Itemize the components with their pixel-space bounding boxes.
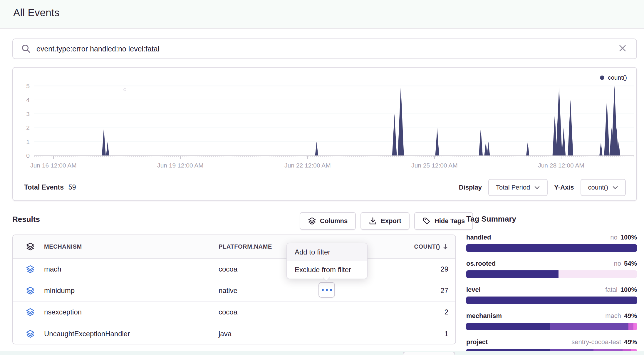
chart-legend[interactable]: count() [600,74,627,81]
tag-top-percent: 54% [624,260,637,267]
cell-count[interactable]: 2 [404,308,448,316]
tag-distribution-bar[interactable] [466,270,637,278]
cell-count[interactable]: 27 [404,287,448,295]
events-area-chart[interactable]: 012345Jun 16 12:00 AMJun 19 12:00 AMJun … [13,68,636,175]
cell-mechanism[interactable]: mach [44,265,219,273]
sort-desc-icon [442,243,448,250]
cell-platform[interactable]: native [219,287,404,295]
svg-text:4: 4 [26,96,30,103]
cell-actions-button[interactable] [318,282,335,298]
tag-distribution-bar[interactable] [466,323,637,330]
svg-text:Jun 16 12:00 AM: Jun 16 12:00 AM [30,162,77,169]
cell-context-menu: Add to filter Exclude from filter [286,243,368,279]
tag-item-os-rooted: os.rooted no 54% [466,260,637,278]
chart-controls: Display Total Period Y-Axis count() [459,179,626,196]
svg-text:3: 3 [26,110,30,117]
tag-bar-segment[interactable] [466,297,637,304]
layers-icon [26,286,44,295]
tag-name: mechanism [466,312,502,320]
legend-dot-icon [600,76,604,80]
cell-mechanism[interactable]: nsexception [44,308,219,316]
search-bar[interactable]: event.type:error handled:no level:fatal [12,38,637,59]
tag-name: os.rooted [466,260,496,267]
layers-icon [26,308,44,317]
yaxis-dropdown-value: count() [588,184,608,191]
export-button-label: Export [381,217,401,225]
tag-top-value: fatal [605,286,618,294]
tag-top-value: sentry-cocoa-test [571,338,621,346]
yaxis-dropdown[interactable]: count() [581,179,626,196]
column-header-count[interactable]: COUNT() [404,243,448,250]
columns-button[interactable]: Columns [300,212,356,230]
svg-text:Jun 19 12:00 AM: Jun 19 12:00 AM [157,162,204,169]
cell-count[interactable]: 1 [404,330,448,338]
tag-bar-segment[interactable] [466,244,637,252]
table-row[interactable]: mach cocoa 29 [13,259,455,280]
tag-top-value: mach [605,312,621,320]
tag-bar-segment[interactable] [559,270,637,278]
tag-item-level: level fatal 100% [466,286,637,304]
pagination-button[interactable] [403,352,455,355]
display-dropdown[interactable]: Total Period [488,179,548,196]
tag-bar-segment[interactable] [550,323,628,330]
tag-distribution-bar[interactable] [466,244,637,252]
events-chart-panel: 012345Jun 16 12:00 AMJun 19 12:00 AMJun … [12,67,637,201]
page-header: All Events [0,0,644,29]
table-row[interactable]: nsexception cocoa 2 [13,302,455,323]
svg-text:Jun 22 12:00 AM: Jun 22 12:00 AM [284,162,331,169]
tag-top-value: no [614,260,621,267]
tag-item-mechanism: mechanism mach 49% [466,312,637,330]
ellipsis-icon [322,289,324,291]
tag-summary-heading: Tag Summary [466,215,637,224]
tag-summary-panel: Tag Summary handled no 100% os.rooted no… [466,215,637,355]
columns-button-label: Columns [320,217,348,225]
hide-tags-button-label: Hide Tags [435,217,465,225]
table-row[interactable]: UncaughtExceptionHandler java 1 [13,323,455,344]
search-clear-icon[interactable] [617,43,628,55]
tag-top-value: no [610,234,617,241]
tag-bar-segment[interactable] [466,323,550,330]
search-icon [21,44,31,54]
ellipsis-icon [330,289,332,291]
tag-item-handled: handled no 100% [466,234,637,252]
total-events-label: Total Events [24,183,64,191]
svg-text:2: 2 [26,124,30,131]
svg-text:Jun 25 12:00 AM: Jun 25 12:00 AM [411,162,458,169]
tag-top-percent: 49% [624,312,637,320]
tag-bar-segment[interactable] [633,323,637,330]
cell-count[interactable]: 29 [404,265,448,273]
results-toolbar: Columns Export Hide Tags [300,212,473,230]
display-label: Display [459,184,482,191]
search-input[interactable]: event.type:error handled:no level:fatal [36,45,617,53]
export-button[interactable]: Export [360,212,410,230]
tag-distribution-bar[interactable] [466,297,637,304]
tag-top-percent: 100% [620,286,637,294]
cell-mechanism[interactable]: minidump [44,287,219,295]
tag-bar-segment[interactable] [628,323,633,330]
cell-platform[interactable]: java [219,330,404,338]
cell-mechanism[interactable]: UncaughtExceptionHandler [44,330,219,338]
svg-text:Jun 28 12:00 AM: Jun 28 12:00 AM [538,162,584,169]
layers-icon [26,242,44,251]
layers-icon [308,217,316,225]
tag-icon [422,217,431,225]
chart-footer: Total Events 59 Display Total Period Y-A… [13,174,636,200]
hide-tags-button[interactable]: Hide Tags [414,212,473,230]
svg-text:0: 0 [26,152,30,159]
yaxis-label: Y-Axis [554,184,574,191]
page-title: All Events [13,7,60,19]
chevron-down-icon [612,185,618,190]
menu-item-add-to-filter[interactable]: Add to filter [287,243,367,261]
ellipsis-icon [326,289,328,291]
column-header-mechanism[interactable]: MECHANISM [44,243,219,250]
svg-text:1: 1 [26,138,30,145]
tag-bar-segment[interactable] [466,270,559,278]
results-heading: Results [12,215,40,224]
layers-icon [26,329,44,338]
cell-platform[interactable]: cocoa [219,308,404,316]
results-table: MECHANISM PLATFORM.NAME COUNT() mach coc… [12,235,456,344]
page-bottom-strip [0,351,644,355]
table-row[interactable]: minidump native 27 [13,280,455,302]
tag-name: level [466,286,481,294]
tag-top-percent: 49% [624,338,637,346]
